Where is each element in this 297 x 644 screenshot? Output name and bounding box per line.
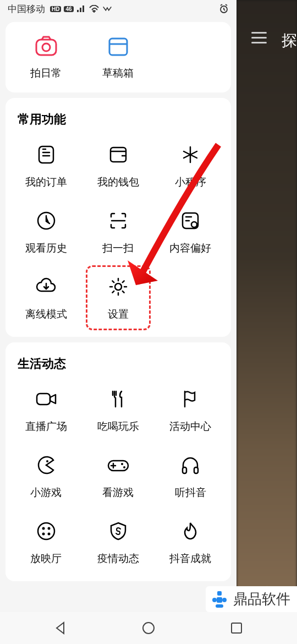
explore-tab[interactable]: 探 bbox=[282, 30, 297, 51]
achievement-button[interactable]: 抖音成就 bbox=[155, 519, 227, 566]
svg-point-17 bbox=[42, 527, 45, 530]
history-label: 观看历史 bbox=[25, 241, 67, 255]
shield-icon bbox=[106, 519, 131, 544]
life-feed-title: 生活动态 bbox=[6, 353, 231, 379]
svg-point-10 bbox=[46, 460, 48, 462]
live-square-button[interactable]: 直播广场 bbox=[10, 386, 82, 434]
wallet-label: 我的钱包 bbox=[97, 175, 139, 189]
achievement-label: 抖音成就 bbox=[169, 552, 211, 566]
system-nav-bar bbox=[0, 612, 297, 644]
offline-button[interactable]: 离线模式 bbox=[10, 274, 82, 321]
covid-button[interactable]: 疫情动态 bbox=[82, 519, 154, 566]
side-panel: 中国移动 HD 46 拍日常 草稿箱 常用功能 bbox=[0, 0, 237, 644]
food-fun-button[interactable]: 吃喝玩乐 bbox=[82, 386, 154, 434]
watermark-logo-icon bbox=[210, 590, 229, 609]
svg-rect-23 bbox=[222, 598, 227, 602]
miniapp-icon bbox=[178, 142, 203, 167]
wallet-icon bbox=[106, 142, 131, 167]
flag-icon bbox=[178, 386, 203, 412]
fork-icon bbox=[106, 386, 131, 412]
minigame-button[interactable]: 小游戏 bbox=[10, 452, 82, 500]
preference-button[interactable]: 内容偏好 bbox=[155, 208, 227, 255]
svg-point-2 bbox=[42, 43, 50, 51]
watch-game-button[interactable]: 看游戏 bbox=[82, 452, 154, 500]
shoot-daily-button[interactable]: 拍日常 bbox=[10, 33, 82, 80]
shoot-daily-label: 拍日常 bbox=[30, 66, 62, 80]
settings-label: 设置 bbox=[108, 307, 129, 321]
network-badge: 46 bbox=[64, 6, 73, 12]
scan-button[interactable]: 扫一扫 bbox=[82, 208, 154, 255]
history-button[interactable]: 观看历史 bbox=[10, 208, 82, 255]
camera-icon bbox=[34, 33, 59, 58]
background-blur bbox=[237, 0, 297, 644]
miniapp-label: 小程序 bbox=[175, 175, 206, 189]
hamburger-icon[interactable] bbox=[251, 32, 267, 43]
carrier-label: 中国移动 bbox=[8, 3, 45, 15]
gamepad-icon bbox=[106, 452, 131, 478]
video-icon bbox=[34, 386, 59, 412]
common-functions-title: 常用功能 bbox=[6, 109, 231, 134]
cinema-button[interactable]: 放映厅 bbox=[10, 519, 82, 566]
svg-point-7 bbox=[191, 222, 197, 227]
scan-icon bbox=[106, 208, 131, 233]
live-square-label: 直播广场 bbox=[25, 419, 67, 434]
svg-point-16 bbox=[38, 523, 54, 539]
svg-point-12 bbox=[121, 463, 123, 465]
draft-label: 草稿箱 bbox=[102, 66, 134, 80]
miniapp-button[interactable]: 小程序 bbox=[155, 142, 227, 189]
watch-game-label: 看游戏 bbox=[102, 485, 134, 500]
clock-icon bbox=[34, 208, 59, 233]
draft-button[interactable]: 草稿箱 bbox=[82, 33, 154, 80]
cinema-label: 放映厅 bbox=[30, 552, 62, 566]
alarm-icon bbox=[219, 4, 229, 14]
home-icon[interactable] bbox=[141, 621, 156, 635]
preference-icon bbox=[178, 208, 203, 233]
draft-icon bbox=[106, 33, 131, 58]
svg-rect-1 bbox=[36, 40, 56, 55]
offline-label: 离线模式 bbox=[25, 307, 67, 321]
svg-point-18 bbox=[47, 527, 50, 530]
listen-button[interactable]: 听抖音 bbox=[155, 452, 227, 500]
orders-label: 我的订单 bbox=[25, 175, 67, 189]
wallet-button[interactable]: 我的钱包 bbox=[82, 142, 154, 189]
svg-point-13 bbox=[123, 466, 125, 468]
svg-rect-27 bbox=[232, 623, 241, 633]
orders-button[interactable]: 我的订单 bbox=[10, 142, 82, 189]
hd-badge: HD bbox=[50, 6, 61, 12]
preference-label: 内容偏好 bbox=[169, 241, 211, 255]
pacman-icon bbox=[34, 452, 59, 478]
svg-rect-24 bbox=[217, 597, 222, 603]
heart-icon bbox=[102, 5, 113, 13]
activity-button[interactable]: 活动中心 bbox=[155, 386, 227, 434]
svg-point-8 bbox=[115, 283, 122, 290]
svg-rect-22 bbox=[212, 598, 217, 602]
headphone-icon bbox=[178, 452, 203, 478]
svg-rect-25 bbox=[216, 604, 223, 608]
back-icon[interactable] bbox=[53, 621, 68, 635]
covid-label: 疫情动态 bbox=[97, 552, 139, 566]
svg-point-19 bbox=[42, 533, 45, 536]
life-feed-card: 生活动态 直播广场 吃喝玩乐 活动中心 bbox=[6, 342, 231, 581]
signal-icon bbox=[76, 5, 86, 13]
recent-icon[interactable] bbox=[229, 621, 244, 635]
gear-icon bbox=[106, 274, 131, 299]
svg-rect-21 bbox=[217, 591, 222, 596]
svg-rect-9 bbox=[37, 394, 50, 405]
svg-point-26 bbox=[143, 623, 154, 634]
watermark-text: 鼎品软件 bbox=[233, 590, 290, 609]
minigame-label: 小游戏 bbox=[30, 485, 62, 500]
svg-rect-15 bbox=[194, 467, 198, 473]
svg-rect-14 bbox=[183, 467, 186, 473]
wifi-icon bbox=[89, 5, 99, 13]
status-bar: 中国移动 HD 46 bbox=[0, 0, 237, 18]
orders-icon bbox=[34, 142, 59, 167]
cinema-icon bbox=[34, 519, 59, 544]
svg-point-20 bbox=[47, 533, 50, 536]
listen-label: 听抖音 bbox=[175, 485, 206, 500]
watermark: 鼎品软件 bbox=[206, 586, 297, 612]
cloud-download-icon bbox=[34, 274, 59, 299]
fire-icon bbox=[178, 519, 203, 544]
common-functions-card: 常用功能 我的订单 我的钱包 小程序 bbox=[6, 98, 231, 337]
scan-label: 扫一扫 bbox=[102, 241, 134, 255]
settings-button[interactable]: 设置 bbox=[82, 274, 154, 321]
